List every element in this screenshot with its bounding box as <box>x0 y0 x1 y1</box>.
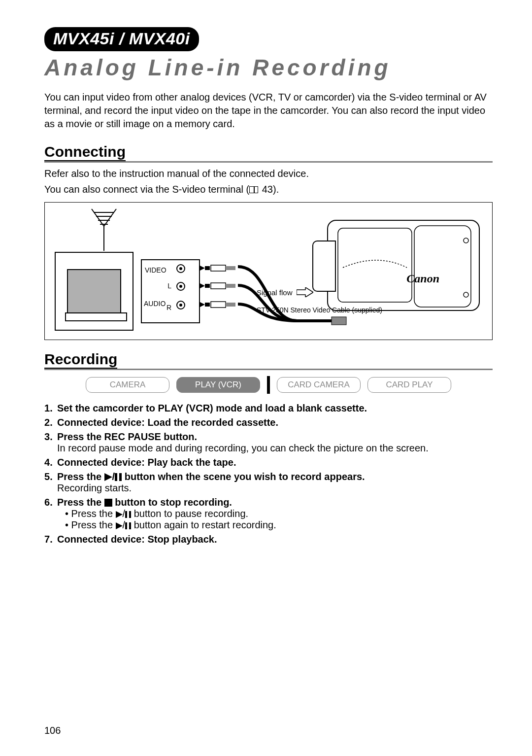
svg-rect-18 <box>226 303 235 307</box>
svg-rect-33 <box>125 522 127 529</box>
model-badge: MVX45i / MVX40i <box>44 27 199 51</box>
mode-separator <box>267 376 270 394</box>
steps-list: Set the camcorder to PLAY (VCR) mode and… <box>44 403 493 545</box>
step-1: Set the camcorder to PLAY (VCR) mode and… <box>44 403 493 414</box>
video-jack <box>176 264 185 273</box>
connecting-note-1: Refer also to the instruction manual of … <box>44 167 493 180</box>
audio-r-jack <box>176 301 185 309</box>
svg-rect-9 <box>211 265 226 271</box>
svg-marker-25 <box>104 473 112 481</box>
svg-marker-29 <box>116 511 123 518</box>
svg-marker-32 <box>116 522 123 529</box>
antenna-icon <box>89 206 119 251</box>
step-5: Press the / button when the scene you wi… <box>44 471 493 494</box>
pause-icon <box>125 522 131 529</box>
cable-plugs <box>199 262 238 316</box>
svg-rect-26 <box>115 473 117 481</box>
section-heading-connecting: Connecting <box>44 143 493 163</box>
svg-rect-20 <box>414 226 471 307</box>
step-7: Connected device: Stop playback. <box>44 534 493 545</box>
audio-label: AUDIO <box>144 300 166 308</box>
step-2: Connected device: Load the recorded cass… <box>44 417 493 428</box>
step-6-sub-1: Press the / button to pause recording. <box>65 508 493 519</box>
svg-line-1 <box>92 209 104 226</box>
svg-rect-14 <box>226 284 235 288</box>
mode-play-vcr: PLAY (VCR) <box>176 377 260 393</box>
step-3: Press the REC PAUSE button. In record pa… <box>44 431 493 454</box>
step-6: Press the button to stop recording. Pres… <box>44 497 493 531</box>
connection-diagram: VIDEO L AUDIO R Canon Signal flow STV-25… <box>44 202 493 340</box>
play-icon <box>104 473 112 481</box>
play-icon <box>116 522 123 529</box>
mode-card-play: CARD PLAY <box>367 377 451 393</box>
mode-camera: CAMERA <box>86 377 169 393</box>
svg-rect-8 <box>205 266 210 270</box>
mode-card-camera: CARD CAMERA <box>277 377 361 393</box>
svg-rect-12 <box>205 284 210 288</box>
svg-rect-10 <box>226 266 235 270</box>
svg-point-22 <box>464 292 468 297</box>
av-terminal-box: VIDEO L AUDIO R <box>141 259 200 323</box>
svg-rect-16 <box>205 303 210 307</box>
svg-marker-7 <box>199 265 205 271</box>
stop-icon <box>104 499 112 507</box>
svg-point-21 <box>464 238 468 243</box>
svg-rect-17 <box>211 302 226 308</box>
svg-marker-15 <box>199 302 205 308</box>
brand-label: Canon <box>406 272 439 285</box>
svg-rect-24 <box>332 317 346 325</box>
svg-line-2 <box>104 209 116 226</box>
pause-icon <box>115 473 122 481</box>
cable-line <box>238 262 351 336</box>
play-icon <box>116 511 123 518</box>
manual-icon <box>249 186 258 193</box>
svg-rect-28 <box>104 499 112 507</box>
page-title: Analog Line-in Recording <box>44 54 493 81</box>
l-label: L <box>167 282 171 290</box>
video-label: VIDEO <box>145 266 166 274</box>
page-number: 106 <box>44 725 61 736</box>
r-label: R <box>166 304 171 311</box>
audio-l-jack <box>176 282 185 291</box>
tv-device <box>55 252 133 331</box>
pause-icon <box>125 511 131 518</box>
svg-rect-13 <box>211 283 226 289</box>
step-6-sub-2: Press the / button again to restart reco… <box>65 519 493 531</box>
intro-text: You can input video from other analog de… <box>44 91 493 131</box>
svg-rect-30 <box>125 511 127 518</box>
connecting-note-2: You can also connect via the S-video ter… <box>44 182 493 196</box>
mode-selector: CAMERA PLAY (VCR) CARD CAMERA CARD PLAY <box>44 376 493 394</box>
step-4: Connected device: Play back the tape. <box>44 457 493 468</box>
section-heading-recording: Recording <box>44 351 493 370</box>
svg-marker-11 <box>199 283 205 289</box>
